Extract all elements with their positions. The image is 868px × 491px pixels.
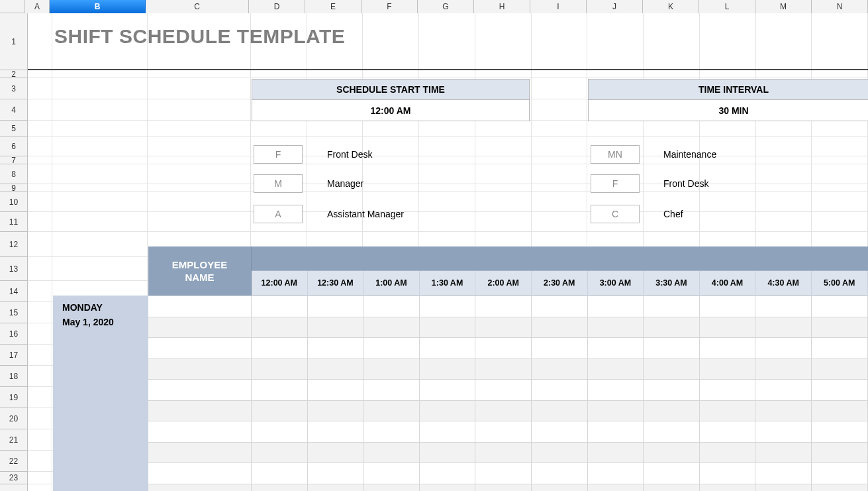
column-header[interactable]: G: [418, 0, 474, 13]
column-header[interactable]: D: [249, 0, 305, 13]
shift-cell[interactable]: [420, 337, 476, 358]
grid-area[interactable]: SHIFT SCHEDULE TEMPLATE SCHEDULE START T…: [28, 13, 868, 491]
shift-cell[interactable]: [308, 463, 364, 484]
shift-cell[interactable]: [532, 358, 588, 380]
shift-cell[interactable]: [700, 484, 756, 492]
shift-cell[interactable]: [308, 442, 364, 463]
employee-name-cell[interactable]: [148, 421, 252, 442]
row-header[interactable]: 21: [0, 429, 27, 451]
employee-name-cell[interactable]: [148, 484, 252, 492]
row-header[interactable]: 18: [0, 366, 27, 387]
shift-cell[interactable]: [475, 484, 532, 492]
column-header[interactable]: F: [362, 0, 418, 13]
shift-cell[interactable]: [363, 400, 420, 421]
shift-cell[interactable]: [700, 337, 756, 358]
shift-cell[interactable]: [252, 421, 308, 442]
legend-code[interactable]: A: [254, 205, 303, 223]
shift-cell[interactable]: [475, 421, 532, 442]
shift-cell[interactable]: [363, 421, 420, 442]
shift-cell[interactable]: [812, 463, 868, 484]
shift-cell[interactable]: [588, 400, 644, 421]
row-header[interactable]: 8: [0, 164, 27, 184]
shift-cell[interactable]: [588, 379, 644, 400]
shift-cell[interactable]: [700, 296, 756, 317]
shift-cell[interactable]: [252, 400, 308, 421]
shift-cell[interactable]: [420, 317, 476, 338]
column-header[interactable]: L: [699, 0, 755, 13]
shift-cell[interactable]: [252, 296, 308, 317]
shift-cell[interactable]: [475, 358, 532, 380]
legend-code[interactable]: MN: [591, 145, 640, 164]
employee-name-cell[interactable]: [148, 442, 252, 463]
legend-code[interactable]: M: [254, 174, 303, 193]
shift-cell[interactable]: [308, 379, 364, 400]
shift-cell[interactable]: [700, 379, 756, 400]
shift-cell[interactable]: [420, 358, 476, 380]
shift-cell[interactable]: [588, 421, 644, 442]
shift-cell[interactable]: [420, 442, 476, 463]
shift-cell[interactable]: [420, 296, 476, 317]
shift-cell[interactable]: [755, 400, 812, 421]
shift-cell[interactable]: [308, 358, 364, 380]
row-header[interactable]: 2: [0, 70, 27, 78]
shift-cell[interactable]: [588, 317, 644, 338]
shift-cell[interactable]: [363, 379, 420, 400]
column-header[interactable]: M: [755, 0, 812, 13]
shift-cell[interactable]: [475, 379, 532, 400]
shift-cell[interactable]: [644, 296, 700, 317]
column-header[interactable]: K: [643, 0, 699, 13]
shift-cell[interactable]: [475, 400, 532, 421]
shift-cell[interactable]: [252, 337, 308, 358]
row-header[interactable]: 9: [0, 184, 27, 192]
row-header[interactable]: 10: [0, 192, 27, 212]
time-interval-value[interactable]: 30 MIN: [588, 100, 868, 121]
shift-cell[interactable]: [755, 379, 812, 400]
shift-cell[interactable]: [588, 463, 644, 484]
shift-cell[interactable]: [475, 442, 532, 463]
column-header[interactable]: H: [474, 0, 530, 13]
column-header[interactable]: J: [587, 0, 643, 13]
shift-cell[interactable]: [812, 421, 868, 442]
employee-name-cell[interactable]: [148, 358, 252, 380]
shift-cell[interactable]: [532, 463, 588, 484]
shift-cell[interactable]: [532, 337, 588, 358]
shift-cell[interactable]: [588, 442, 644, 463]
shift-cell[interactable]: [700, 317, 756, 338]
shift-cell[interactable]: [755, 463, 812, 484]
shift-cell[interactable]: [644, 421, 700, 442]
shift-cell[interactable]: [755, 421, 812, 442]
shift-cell[interactable]: [588, 337, 644, 358]
shift-cell[interactable]: [475, 463, 532, 484]
row-header[interactable]: 16: [0, 323, 27, 345]
shift-cell[interactable]: [308, 484, 364, 492]
shift-cell[interactable]: [363, 317, 420, 338]
shift-cell[interactable]: [532, 421, 588, 442]
shift-cell[interactable]: [700, 400, 756, 421]
shift-cell[interactable]: [252, 358, 308, 380]
shift-cell[interactable]: [812, 358, 868, 380]
shift-cell[interactable]: [812, 400, 868, 421]
shift-cell[interactable]: [252, 317, 308, 338]
shift-cell[interactable]: [644, 463, 700, 484]
shift-cell[interactable]: [532, 484, 588, 492]
shift-cell[interactable]: [532, 442, 588, 463]
shift-cell[interactable]: [363, 463, 420, 484]
shift-cell[interactable]: [420, 400, 476, 421]
shift-cell[interactable]: [812, 296, 868, 317]
shift-cell[interactable]: [812, 337, 868, 358]
row-header[interactable]: 13: [0, 257, 27, 281]
shift-cell[interactable]: [363, 337, 420, 358]
employee-name-cell[interactable]: [148, 379, 252, 400]
shift-cell[interactable]: [532, 400, 588, 421]
shift-cell[interactable]: [252, 442, 308, 463]
row-header[interactable]: 15: [0, 302, 27, 323]
shift-cell[interactable]: [308, 317, 364, 338]
column-header[interactable]: I: [530, 0, 587, 13]
shift-cell[interactable]: [700, 358, 756, 380]
shift-cell[interactable]: [812, 317, 868, 338]
row-header[interactable]: 22: [0, 451, 27, 472]
shift-cell[interactable]: [363, 358, 420, 380]
shift-cell[interactable]: [363, 296, 420, 317]
employee-name-cell[interactable]: [148, 337, 252, 358]
employee-name-cell[interactable]: [148, 296, 252, 317]
